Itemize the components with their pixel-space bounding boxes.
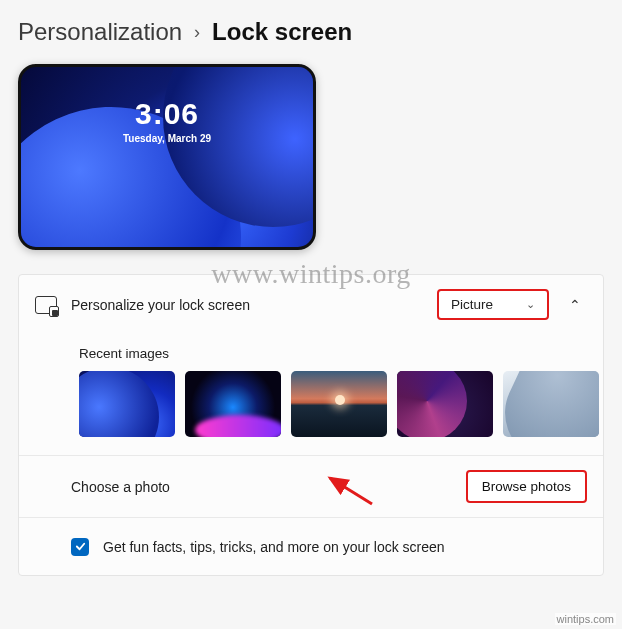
personalize-row[interactable]: Personalize your lock screen Picture ⌄ ⌃ [19, 275, 603, 334]
fun-facts-checkbox[interactable] [71, 538, 89, 556]
select-value: Picture [451, 297, 493, 312]
breadcrumb-current: Lock screen [212, 18, 352, 46]
chevron-right-icon: › [194, 22, 200, 43]
check-icon [75, 541, 86, 552]
recent-images-list [79, 371, 587, 437]
background-type-select[interactable]: Picture ⌄ [437, 289, 549, 320]
recent-image[interactable] [79, 371, 175, 437]
recent-image[interactable] [185, 371, 281, 437]
breadcrumb: Personalization › Lock screen [18, 18, 604, 46]
personalize-label: Personalize your lock screen [71, 297, 423, 313]
recent-images-label: Recent images [19, 334, 603, 365]
breadcrumb-parent[interactable]: Personalization [18, 18, 182, 46]
fun-facts-label: Get fun facts, tips, tricks, and more on… [103, 539, 587, 555]
monitor-lock-icon [35, 296, 57, 314]
choose-photo-label: Choose a photo [71, 479, 452, 495]
source-caption: wintips.com [555, 613, 616, 625]
recent-image[interactable] [397, 371, 493, 437]
fun-facts-row[interactable]: Get fun facts, tips, tricks, and more on… [19, 517, 603, 575]
choose-photo-row: Choose a photo Browse photos [19, 455, 603, 517]
preview-date: Tuesday, March 29 [21, 133, 313, 144]
lockscreen-settings-card: Personalize your lock screen Picture ⌄ ⌃… [18, 274, 604, 576]
collapse-icon[interactable]: ⌃ [563, 297, 587, 313]
recent-image[interactable] [291, 371, 387, 437]
recent-image[interactable] [503, 371, 599, 437]
chevron-down-icon: ⌄ [526, 298, 535, 311]
lockscreen-preview: 3:06 Tuesday, March 29 [18, 64, 316, 250]
browse-photos-button[interactable]: Browse photos [466, 470, 587, 503]
preview-time: 3:06 [21, 97, 313, 131]
